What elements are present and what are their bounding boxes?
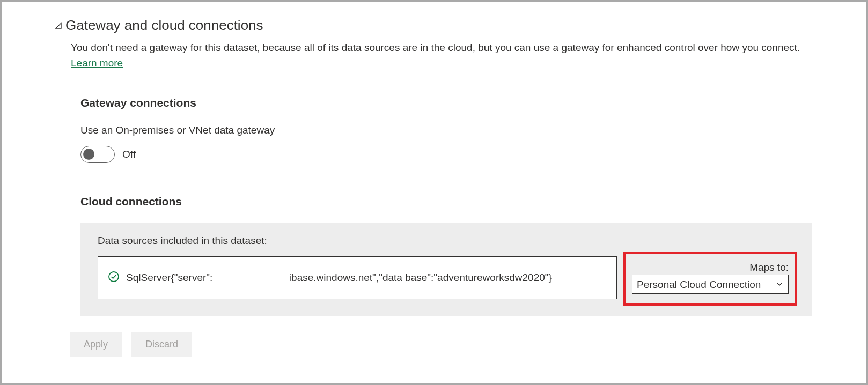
cloud-box-label: Data sources included in this dataset: <box>98 235 795 247</box>
vertical-divider <box>32 2 32 322</box>
datasource-row: SqlServer{"server": ibase.windows.net","… <box>98 256 795 299</box>
section-description-text: You don't need a gateway for this datase… <box>71 42 800 53</box>
gateway-connections-heading: Gateway connections <box>80 97 812 109</box>
cloud-datasources-panel: Data sources included in this dataset: S… <box>80 223 812 316</box>
gateway-connections-subsection: Gateway connections Use an On-premises o… <box>80 97 812 316</box>
section-description: You don't need a gateway for this datase… <box>71 40 811 71</box>
cloud-connections-subsection: Cloud connections Data sources included … <box>80 195 812 316</box>
section-title: Gateway and cloud connections <box>65 17 263 34</box>
cloud-connections-heading: Cloud connections <box>80 195 812 208</box>
check-circle-icon <box>108 271 120 285</box>
collapse-triangle-icon[interactable] <box>55 22 62 29</box>
settings-content: Gateway and cloud connections You don't … <box>2 2 866 357</box>
toggle-knob-icon <box>83 149 94 160</box>
gateway-toggle-state: Off <box>122 149 136 160</box>
action-button-row: Apply Discard <box>70 332 812 357</box>
gateway-toggle-label: Use an On-premises or VNet data gateway <box>80 124 812 136</box>
discard-button[interactable]: Discard <box>131 332 192 357</box>
apply-button[interactable]: Apply <box>70 332 122 357</box>
datasource-text: SqlServer{"server": ibase.windows.net","… <box>126 270 552 285</box>
maps-to-container: Maps to: Personal Cloud Connection <box>626 256 795 299</box>
maps-to-select[interactable]: Personal Cloud Connection <box>632 275 789 294</box>
datasource-item[interactable]: SqlServer{"server": ibase.windows.net","… <box>98 256 617 299</box>
section-header[interactable]: Gateway and cloud connections <box>55 17 812 34</box>
gateway-toggle[interactable] <box>80 146 115 163</box>
gateway-toggle-row: Off <box>80 146 812 163</box>
svg-point-0 <box>109 272 119 282</box>
maps-to-label: Maps to: <box>749 262 789 273</box>
learn-more-link[interactable]: Learn more <box>71 57 123 69</box>
